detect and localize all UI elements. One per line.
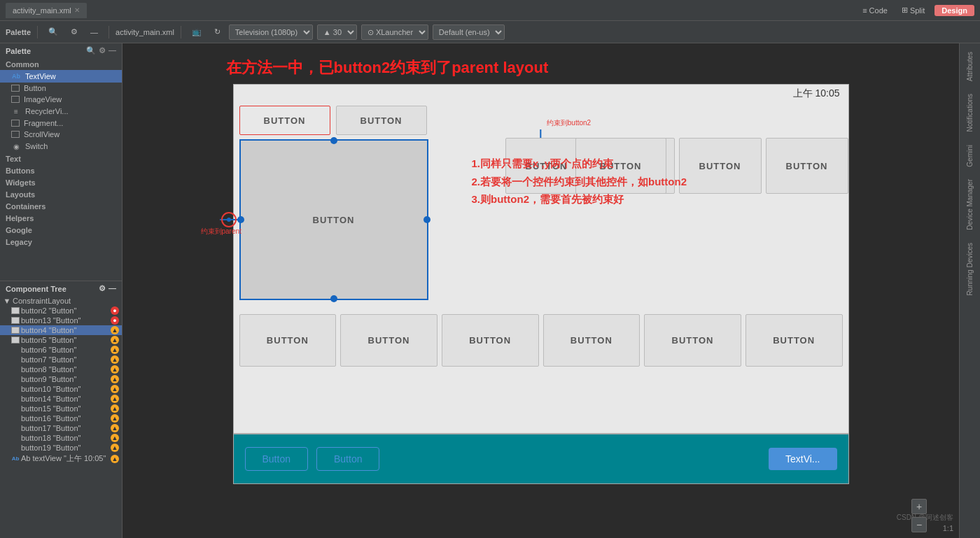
locale-select[interactable]: Default (en-us) (433, 24, 505, 40)
device-toggle-btn[interactable]: 📺 (188, 26, 206, 38)
tree-item-button16[interactable]: button16 "Button" ▲ (0, 413, 122, 423)
palette-item-scrollview[interactable]: ScrollView (0, 129, 122, 140)
tree-item-button5[interactable]: button5 "Button" ▲ (0, 335, 122, 345)
button5-error-badge: ▲ (111, 336, 119, 344)
grid2-btn-1[interactable]: BUTTON (239, 314, 337, 367)
tree-expand-icon: ▼ (3, 297, 11, 305)
grid2-btn-5[interactable]: BUTTON (644, 314, 741, 367)
grid2-btn-3-label: BUTTON (469, 335, 511, 346)
tree-settings-icon[interactable]: ⚙ (99, 284, 106, 293)
palette-category-buttons: Buttons (0, 164, 122, 176)
button16-icon (11, 414, 20, 423)
tree-item-button10[interactable]: button10 "Button" ▲ (0, 384, 122, 394)
split-btn[interactable]: ⊞ Split (897, 4, 929, 16)
device-select[interactable]: Television (1080p) (229, 24, 313, 40)
device-button-top1[interactable]: BUTTON (239, 106, 330, 135)
tree-close-icon[interactable]: — (108, 284, 116, 293)
imageview-icon (11, 96, 20, 103)
preview-textvi[interactable]: TextVi... (769, 448, 837, 470)
button17-icon (11, 424, 20, 432)
palette-item-switch-label: Switch (25, 142, 48, 150)
attributes-tab[interactable]: Attributes (963, 46, 976, 87)
left-constraint (220, 219, 239, 220)
preview-btn2[interactable]: Button (316, 447, 379, 471)
tree-item-button15[interactable]: button15 "Button" ▲ (0, 404, 122, 413)
zoom-out-btn[interactable]: − (911, 517, 927, 532)
grid2-btn-2[interactable]: BUTTON (340, 314, 438, 367)
tree-item-button9[interactable]: button9 "Button" ▲ (0, 374, 122, 384)
grid2-btn-2-label: BUTTON (368, 335, 410, 346)
search-btn[interactable]: 🔍 (44, 26, 62, 38)
button14-icon (11, 395, 20, 403)
grid-btn-1-4[interactable]: BUTTON (766, 138, 848, 194)
zoom-in-btn[interactable]: + (911, 499, 927, 514)
palette-item-imageview[interactable]: ImageView (0, 94, 122, 105)
button16-badge: ▲ (111, 414, 119, 423)
grid-btn-1-3[interactable]: BUTTON (679, 138, 762, 194)
tree-item-button14[interactable]: button14 "Button" ▲ (0, 394, 122, 404)
preview-btn1[interactable]: Button (245, 447, 308, 471)
palette-header: Palette 🔍 ⚙ — (0, 43, 122, 58)
selected-button[interactable]: BUTTON (239, 139, 428, 300)
notifications-tab[interactable]: Notifications (963, 88, 976, 137)
design-btn[interactable]: Design (934, 5, 974, 16)
device-manager-tab[interactable]: Device Manager (963, 174, 976, 236)
grid2-btn-6[interactable]: BUTTON (746, 314, 843, 367)
palette-item-fragment[interactable]: Fragment... (0, 118, 122, 129)
upper-right-btn[interactable]: BUTTON (575, 138, 666, 194)
handle-top (330, 137, 337, 144)
tab-close-icon[interactable]: ✕ (74, 6, 80, 14)
tree-item-button17-label: button17 "Button" (21, 424, 109, 432)
tree-root[interactable]: ▼ ConstraintLayout (0, 296, 122, 306)
palette-search-icon[interactable]: 🔍 (86, 46, 96, 55)
tree-item-button13[interactable]: button13 "Button" ● (0, 316, 122, 325)
button5-icon (11, 337, 20, 344)
running-devices-tab[interactable]: Running Devices (963, 237, 976, 302)
right-panel: Attributes Notifications Gemini Device M… (959, 43, 980, 538)
fragment-icon (11, 120, 20, 127)
settings-btn[interactable]: ⚙ (66, 26, 82, 38)
palette-item-recyclerview[interactable]: ≡ RecyclerVi... (0, 105, 122, 118)
tree-item-textview[interactable]: Ab Ab textView "上午 10:05" ▲ (0, 453, 122, 465)
api-select[interactable]: ▲ 30 (317, 24, 357, 40)
button15-icon (11, 404, 20, 413)
grid2-btn-3[interactable]: BUTTON (442, 314, 539, 367)
tree-item-button7[interactable]: button7 "Button" ▲ (0, 355, 122, 364)
palette-settings-icon[interactable]: ⚙ (99, 46, 106, 55)
tree-item-button18-label: button18 "Button" (21, 434, 109, 442)
grid-btn-1-1-label: BUTTON (526, 161, 568, 171)
tree-item-button19[interactable]: button19 "Button" ▲ (0, 443, 122, 453)
launcher-select[interactable]: ⊙ XLauncher (361, 24, 428, 40)
grid-btn-1-4-label: BUTTON (786, 161, 828, 171)
button18-badge: ▲ (111, 434, 119, 442)
tree-item-button17[interactable]: button17 "Button" ▲ (0, 423, 122, 433)
tree-item-button4[interactable]: button4 "Button" ▲ (0, 325, 122, 335)
refresh-btn[interactable]: ↻ (210, 26, 225, 38)
sep3 (181, 26, 181, 38)
palette-item-switch[interactable]: ◉ Switch (0, 140, 122, 153)
device-button-top2[interactable]: BUTTON (336, 106, 427, 135)
minimize-btn[interactable]: — (86, 27, 102, 38)
gemini-tab[interactable]: Gemini (963, 139, 976, 173)
tree-item-button8-label: button8 "Button" (21, 365, 109, 374)
code-icon: ≡ (862, 6, 867, 15)
tree-item-button18[interactable]: button18 "Button" ▲ (0, 433, 122, 443)
grid2-btn-1-label: BUTTON (267, 335, 309, 346)
code-btn[interactable]: ≡ Code (858, 5, 892, 16)
canvas-area[interactable]: 在方法一中，已button2约束到了parent layout 上午 10:05… (122, 43, 959, 538)
palette-close-icon[interactable]: — (108, 46, 116, 55)
sep1 (37, 26, 38, 38)
tree-item-button2[interactable]: button2 "Button" ● (0, 306, 122, 316)
palette-category-layouts: Layouts (0, 188, 122, 200)
scale-label: 1:1 (943, 524, 953, 532)
file-tab[interactable]: activity_main.xml ✕ (6, 3, 87, 18)
grid2-btn-4[interactable]: BUTTON (543, 314, 640, 367)
tree-item-button6[interactable]: button6 "Button" ▲ (0, 345, 122, 355)
tree-item-button8[interactable]: button8 "Button" ▲ (0, 364, 122, 374)
textview-tree-icon: Ab (11, 455, 20, 463)
grid-row1: BUTTON BUTTON BUTTON BUTTON (505, 138, 848, 194)
palette-item-textview[interactable]: Ab TextView (0, 70, 122, 83)
palette-item-button[interactable]: Button (0, 83, 122, 94)
palette-item-imageview-label: ImageView (24, 95, 62, 104)
palette-category-legacy: Legacy (0, 236, 122, 248)
